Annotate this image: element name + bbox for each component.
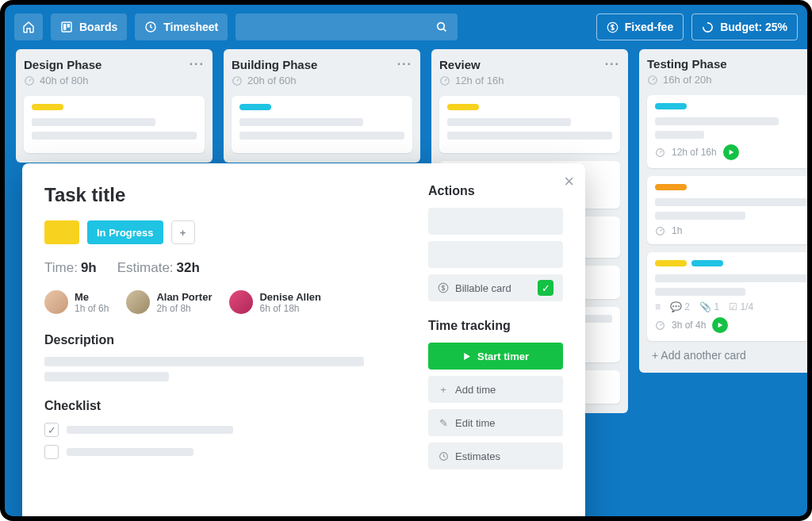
description-icon: ≡ xyxy=(655,301,661,312)
list-title: Review xyxy=(439,58,481,71)
add-card-button[interactable]: + Add another card xyxy=(647,341,807,363)
task-title: Task title xyxy=(44,184,400,206)
add-time-button[interactable]: + Add time xyxy=(428,376,563,403)
gauge-icon xyxy=(439,75,450,86)
list-hours: 40h of 80h xyxy=(40,75,88,86)
card-label-yellow xyxy=(32,104,63,110)
estimate-stat: Estimate:32h xyxy=(117,260,200,276)
list-testing-phase: Testing Phase 16h of 20h 12h of 16h xyxy=(639,49,807,373)
list-building-phase: Building Phase ··· 20h of 60h xyxy=(224,49,420,163)
svg-rect-2 xyxy=(67,24,70,28)
list-title: Testing Phase xyxy=(647,57,727,71)
clock-icon xyxy=(438,451,449,462)
billable-checkbox[interactable]: ✓ xyxy=(538,280,553,296)
list-title: Design Phase xyxy=(24,58,102,71)
play-button[interactable] xyxy=(723,144,739,160)
topbar: Boards Timesheet Fixed-fee Budget: 25% xyxy=(5,5,807,49)
status-tag[interactable]: In Progress xyxy=(87,220,163,244)
fixed-fee-button[interactable]: Fixed-fee xyxy=(596,13,684,40)
card[interactable] xyxy=(24,96,205,153)
card[interactable]: ≡ 💬 2 📎 1 ☑ 1/4 3h of 4h xyxy=(647,252,807,341)
play-icon xyxy=(462,352,471,361)
timesheet-button[interactable]: Timesheet xyxy=(135,13,228,40)
list-hours: 20h of 60h xyxy=(247,75,296,86)
gauge-icon xyxy=(655,226,665,236)
card-label-yellow xyxy=(447,104,479,110)
label-yellow[interactable] xyxy=(44,220,79,244)
checkbox-checked[interactable]: ✓ xyxy=(44,423,59,437)
description-heading: Description xyxy=(44,333,400,347)
home-button[interactable] xyxy=(14,13,43,40)
card-label-cyan xyxy=(691,260,723,266)
billable-card-button[interactable]: Billable card ✓ xyxy=(428,274,563,301)
gauge-icon xyxy=(655,320,665,331)
svg-rect-0 xyxy=(62,22,71,32)
list-menu-icon[interactable]: ··· xyxy=(190,57,205,71)
card-label-yellow xyxy=(655,260,687,266)
card-label-cyan xyxy=(239,104,271,110)
list-hours: 16h of 20h xyxy=(663,74,711,86)
list-hours: 12h of 16h xyxy=(455,75,504,86)
close-icon[interactable]: × xyxy=(564,171,574,192)
list-menu-icon[interactable]: ··· xyxy=(605,57,620,71)
card[interactable]: 12h of 16h xyxy=(647,95,807,168)
attach-badge: 📎 1 xyxy=(699,301,719,312)
start-timer-button[interactable]: Start timer xyxy=(428,343,563,370)
card[interactable]: 1h xyxy=(647,176,807,244)
boards-button[interactable]: Boards xyxy=(51,13,127,40)
member: Denise Allen6h of 18h xyxy=(229,290,321,314)
gauge-icon xyxy=(232,75,243,86)
actions-heading: Actions xyxy=(428,184,563,198)
avatar xyxy=(44,290,68,314)
card-hours: 1h xyxy=(672,225,682,236)
add-label-button[interactable]: + xyxy=(171,220,195,244)
avatar xyxy=(229,290,253,314)
budget-button[interactable]: Budget: 25% xyxy=(691,13,798,40)
boards-label: Boards xyxy=(79,21,117,33)
budget-label: Budget: 25% xyxy=(720,21,787,33)
estimates-button[interactable]: Estimates xyxy=(428,442,563,469)
dollar-icon xyxy=(607,21,619,33)
progress-icon xyxy=(702,21,714,33)
avatar xyxy=(126,290,150,314)
checklist-heading: Checklist xyxy=(44,399,400,413)
action-placeholder[interactable]: . xyxy=(428,241,563,268)
list-menu-icon[interactable]: ··· xyxy=(397,57,412,71)
card[interactable] xyxy=(439,96,620,153)
member: Me1h of 6h xyxy=(44,290,109,314)
search-icon xyxy=(435,21,448,33)
card-label-orange xyxy=(655,184,687,190)
checklist-badge: ☑ 1/4 xyxy=(729,301,753,312)
play-button[interactable] xyxy=(712,317,728,333)
time-stat: Time:9h xyxy=(44,260,97,276)
task-modal: × Task title In Progress + Time:9h Estim… xyxy=(22,163,585,516)
plus-icon: + xyxy=(438,384,449,396)
list-title: Building Phase xyxy=(232,58,317,71)
fixed-fee-label: Fixed-fee xyxy=(625,21,673,33)
pencil-icon: ✎ xyxy=(438,417,449,429)
gauge-icon xyxy=(655,147,665,158)
search-input[interactable] xyxy=(236,13,458,40)
time-tracking-heading: Time tracking xyxy=(428,319,563,333)
gauge-icon xyxy=(24,75,35,86)
card-hours: 12h of 16h xyxy=(672,147,717,158)
checkbox-unchecked[interactable] xyxy=(44,445,59,459)
checklist-item[interactable] xyxy=(44,445,400,459)
card[interactable] xyxy=(232,96,412,153)
svg-rect-1 xyxy=(63,24,66,30)
checklist-item[interactable]: ✓ xyxy=(44,423,400,437)
comments-badge: 💬 2 xyxy=(670,301,690,312)
list-design-phase: Design Phase ··· 40h of 80h xyxy=(16,49,213,163)
member: Alan Porter2h of 8h xyxy=(126,290,212,314)
gauge-icon xyxy=(647,75,658,86)
svg-point-4 xyxy=(438,23,445,30)
dollar-icon xyxy=(438,282,449,293)
card-hours: 3h of 4h xyxy=(672,320,706,331)
edit-time-button[interactable]: ✎ Edit time xyxy=(428,409,563,436)
timesheet-label: Timesheet xyxy=(163,21,218,33)
action-placeholder[interactable]: . xyxy=(428,208,563,235)
card-label-cyan xyxy=(655,103,687,109)
